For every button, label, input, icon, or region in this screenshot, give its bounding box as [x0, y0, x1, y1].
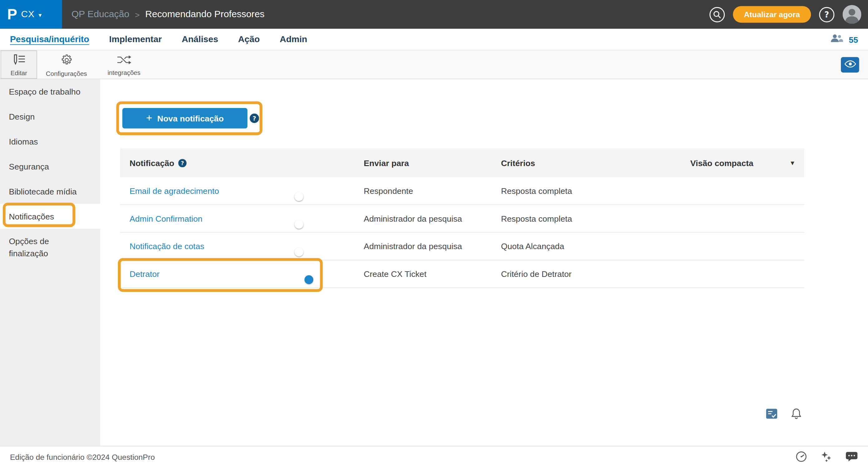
update-now-button[interactable]: Atualizar agora: [733, 6, 811, 23]
compact-view-dropdown[interactable]: Visão compacta ▼: [690, 158, 804, 168]
sidebar-item-seguranca[interactable]: Segurança: [0, 154, 100, 179]
nav-tabs: Pesquisa/inquérito Implementar Análises …: [10, 34, 307, 44]
questionpro-logo-icon: P: [7, 7, 17, 22]
column-header-send-to: Enviar para: [364, 158, 501, 168]
respondent-count[interactable]: 55: [849, 35, 858, 44]
new-notification-button[interactable]: + Nova notificação: [122, 108, 247, 128]
notification-link[interactable]: Notificação de cotas: [129, 242, 204, 251]
notifications-table: Notificação ? Enviar para Critérios Visã…: [120, 148, 804, 288]
compact-view-label: Visão compacta: [690, 158, 753, 168]
new-notification-help-icon[interactable]: ?: [250, 114, 259, 123]
tab-acao[interactable]: Ação: [238, 34, 259, 44]
bell-icon[interactable]: [791, 408, 802, 419]
chat-icon[interactable]: [845, 451, 858, 462]
notification-link[interactable]: Detrator: [129, 269, 159, 279]
criteria-value: Resposta completa: [501, 186, 690, 196]
sidebar-item-biblioteca-de-midia[interactable]: Bibliotecade mídia: [0, 179, 100, 204]
edit-toolbar: Editar Configurações integrações: [0, 50, 868, 79]
preview-button[interactable]: [841, 57, 859, 73]
criteria-value: Resposta completa: [501, 214, 690, 223]
breadcrumb-separator: >: [135, 10, 140, 19]
toolbar-item-configuracoes[interactable]: Configurações: [47, 50, 86, 78]
column-header-notification: Notificação: [129, 158, 174, 168]
tab-implementar[interactable]: Implementar: [109, 34, 162, 44]
settings-sidebar: Espaço de trabalho Design Idiomas Segura…: [0, 79, 100, 446]
sidebar-item-opcoes-de-finalizacao[interactable]: Opções de finalização: [0, 229, 100, 260]
gauge-icon[interactable]: [796, 451, 807, 462]
table-row-detrator: Detrator Create CX Ticket Critério de De…: [120, 260, 804, 288]
page-title: Recomendando Professores: [145, 9, 264, 20]
main-navbar: Pesquisa/inquérito Implementar Análises …: [0, 29, 868, 50]
send-to-value: Create CX Ticket: [364, 269, 501, 279]
svg-text:?: ?: [824, 10, 829, 19]
chevron-down-icon: ▼: [789, 159, 795, 166]
notification-link[interactable]: Admin Confirmation: [129, 214, 203, 223]
chevron-down-icon: ▾: [39, 11, 42, 19]
gear-icon: [60, 53, 73, 68]
sparkles-icon[interactable]: [820, 451, 832, 462]
table-row: Notificação de cotas Administrador da pe…: [120, 233, 804, 260]
notifications-panel: + Nova notificação ? Notificação ? Envia…: [100, 79, 868, 446]
edition-copyright-text: Edição de funcionário ©2024 QuestionPro: [10, 452, 155, 461]
new-notification-label: Nova notificação: [157, 114, 224, 123]
toolbar-item-label: Editar: [10, 70, 27, 77]
edit-pen-icon: [11, 54, 26, 68]
breadcrumb: QP Educação > Recomendando Professores: [71, 9, 265, 20]
product-switcher[interactable]: P CX ▾: [0, 0, 62, 29]
toolbar-item-label: Configurações: [46, 70, 87, 77]
content-corner-actions: [766, 408, 802, 419]
svg-text:?: ?: [181, 160, 184, 166]
toolbar-item-label: integrações: [107, 69, 141, 76]
criteria-value: Quota Alcançada: [501, 242, 690, 251]
table-header-row: Notificação ? Enviar para Critérios Visã…: [120, 148, 804, 177]
search-icon[interactable]: [709, 6, 725, 22]
svg-text:?: ?: [253, 115, 256, 122]
help-icon[interactable]: ?: [819, 6, 835, 22]
tab-admin[interactable]: Admin: [280, 34, 307, 44]
list-check-icon[interactable]: [766, 408, 778, 419]
send-to-value: Administrador da pesquisa: [364, 214, 501, 223]
topbar: P CX ▾ QP Educação > Recomendando Profes…: [0, 0, 868, 29]
sidebar-item-design[interactable]: Design: [0, 104, 100, 129]
notification-link[interactable]: Email de agradecimento: [129, 186, 219, 196]
send-to-value: Administrador da pesquisa: [364, 242, 501, 251]
tab-pesquisa-inquerito[interactable]: Pesquisa/inquérito: [10, 34, 89, 44]
footer: Edição de funcionário ©2024 QuestionPro: [0, 446, 868, 467]
people-icon: [830, 33, 844, 45]
respondents-summary[interactable]: 55: [830, 33, 858, 45]
toolbar-item-integracoes[interactable]: integrações: [106, 50, 142, 78]
topbar-actions: Atualizar agora ?: [709, 5, 868, 24]
send-to-value: Respondente: [364, 186, 501, 196]
toolbar-item-editar[interactable]: Editar: [1, 50, 37, 78]
product-name: CX: [21, 9, 35, 20]
eye-icon: [844, 60, 856, 70]
criteria-value: Critério de Detrator: [501, 269, 690, 279]
breadcrumb-workspace-link[interactable]: QP Educação: [71, 9, 129, 20]
questionpro-app: P CX ▾ QP Educação > Recomendando Profes…: [0, 0, 868, 467]
notification-help-icon[interactable]: ?: [178, 158, 187, 167]
table-row: Email de agradecimento Respondente Respo…: [120, 177, 804, 205]
tab-analises[interactable]: Análises: [182, 34, 218, 44]
footer-actions: [796, 451, 858, 462]
column-header-criteria: Critérios: [501, 158, 690, 168]
sidebar-item-idiomas[interactable]: Idiomas: [0, 129, 100, 154]
user-avatar[interactable]: [842, 5, 861, 24]
sidebar-item-notificacoes[interactable]: Notificações: [0, 204, 100, 229]
integrations-icon: [116, 54, 132, 68]
table-row: Admin Confirmation Administrador da pesq…: [120, 205, 804, 233]
plus-icon: +: [146, 112, 152, 124]
sidebar-item-espaco-de-trabalho[interactable]: Espaço de trabalho: [0, 79, 100, 104]
